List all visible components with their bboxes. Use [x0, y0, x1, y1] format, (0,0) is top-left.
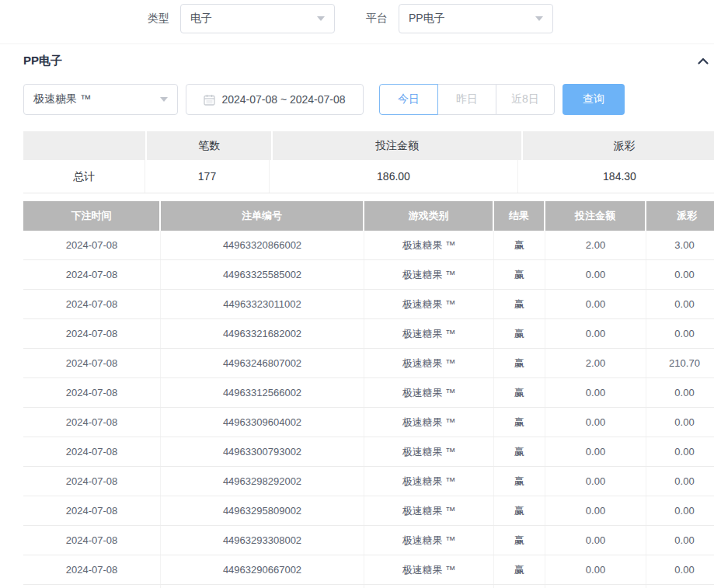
- cell-payout: 0.00: [646, 378, 714, 407]
- cell-date: 2024-07-08: [23, 378, 161, 407]
- quick-yesterday-button[interactable]: 昨日: [437, 84, 496, 115]
- cell-payout: 0.00: [646, 437, 714, 466]
- cell-result: 赢: [494, 260, 545, 289]
- cell-payout: 0.00: [646, 467, 714, 496]
- cell-result: 赢: [494, 526, 545, 555]
- cell-game: 极速糖果 ™: [364, 319, 494, 348]
- type-label: 类型: [148, 12, 169, 26]
- cell-bet-amount: 2.00: [545, 231, 646, 259]
- chevron-down-icon: [160, 97, 168, 102]
- cell-payout: 0.00: [646, 526, 714, 555]
- cell-date: 2024-07-08: [23, 437, 161, 466]
- cell-bet-amount: 2.00: [545, 349, 646, 378]
- cell-date: 2024-07-08: [23, 555, 161, 584]
- cell-bet-id: 44963300793002: [161, 437, 364, 466]
- summary-header-count: 笔数: [147, 131, 271, 160]
- cell-payout: 3.00: [646, 231, 714, 259]
- cell-result: 赢: [494, 408, 545, 437]
- cell-date: 2024-07-08: [23, 290, 161, 318]
- cell-result: 赢: [494, 437, 545, 466]
- cell-bet-amount: 0.00: [545, 467, 646, 496]
- cell-bet-amount: 0.00: [545, 526, 646, 555]
- cell-bet-amount: 0.00: [545, 555, 646, 584]
- cell-bet-amount: 0.00: [545, 378, 646, 407]
- cell-bet-id: 44963321682002: [161, 319, 364, 348]
- cell-bet-amount: 0.00: [545, 437, 646, 466]
- cell-bet-amount: 0.00: [545, 408, 646, 437]
- bet-header-time: 下注时间: [23, 201, 159, 231]
- platform-label: 平台: [366, 12, 388, 26]
- cell-game: 极速糖果 ™: [364, 526, 494, 555]
- cell-result: 赢: [494, 467, 545, 496]
- date-range-value: 2024-07-08 ~ 2024-07-08: [221, 93, 345, 106]
- cell-bet-id: 44963323011002: [161, 290, 364, 318]
- type-select-value: 电子: [190, 12, 317, 26]
- cell-game: 极速糖果 ™: [364, 555, 494, 584]
- type-select[interactable]: 电子: [180, 4, 335, 33]
- cell-result: 赢: [494, 231, 545, 259]
- summary-header-bet-amount: 投注金额: [273, 131, 521, 160]
- cell-bet-amount: 0.00: [545, 290, 646, 318]
- summary-total-row: 总计 177 186.00 184.30: [23, 160, 714, 193]
- cell-game: 极速糖果 ™: [364, 408, 494, 437]
- search-button[interactable]: 查询: [562, 84, 625, 115]
- bet-header-payout: 派彩: [646, 201, 714, 231]
- table-row-partial: [23, 585, 714, 588]
- cell-payout: 0.00: [646, 555, 714, 584]
- cell-result: 赢: [494, 349, 545, 378]
- table-row: 2024-07-08 44963309604002 极速糖果 ™ 赢 0.00 …: [23, 408, 714, 437]
- cell-bet-amount: 0.00: [545, 496, 646, 525]
- game-select-value: 极速糖果 ™: [33, 92, 160, 106]
- bet-table-body: 2024-07-08 44963320866002 极速糖果 ™ 赢 2.00 …: [23, 231, 714, 585]
- cell-game: 极速糖果 ™: [364, 290, 494, 318]
- cell-bet-id: 44963309604002: [161, 408, 364, 437]
- cell-bet-id: 44963293308002: [161, 526, 364, 555]
- game-select[interactable]: 极速糖果 ™: [23, 84, 178, 115]
- cell-result: 赢: [494, 555, 545, 584]
- cell-payout: 0.00: [646, 290, 714, 318]
- cell-date: 2024-07-08: [23, 260, 161, 289]
- date-range-input[interactable]: 2024-07-08 ~ 2024-07-08: [186, 84, 364, 115]
- cell-game: 极速糖果 ™: [364, 437, 494, 466]
- cell-bet-id: 44963295809002: [161, 496, 364, 525]
- collapse-chevron-up-icon[interactable]: [697, 55, 709, 68]
- cell-payout: 0.00: [646, 319, 714, 348]
- section-header: PP电子: [0, 44, 714, 68]
- table-row: 2024-07-08 44963320866002 极速糖果 ™ 赢 2.00 …: [23, 231, 714, 260]
- summary-header-blank: [23, 131, 145, 160]
- bet-header-result: 结果: [494, 201, 544, 231]
- cell-date: 2024-07-08: [23, 408, 161, 437]
- cell-payout: 0.00: [646, 260, 714, 289]
- summary-total-count: 177: [145, 160, 270, 193]
- table-row: 2024-07-08 44963321682002 极速糖果 ™ 赢 0.00 …: [23, 319, 714, 349]
- cell-game: 极速糖果 ™: [364, 260, 494, 289]
- table-row: 2024-07-08 44963325585002 极速糖果 ™ 赢 0.00 …: [23, 260, 714, 290]
- table-row: 2024-07-08 44963295809002 极速糖果 ™ 赢 0.00 …: [23, 496, 714, 526]
- quick-today-button[interactable]: 今日: [379, 84, 438, 115]
- quick-last8days-button[interactable]: 近8日: [496, 84, 555, 115]
- platform-select[interactable]: PP电子: [399, 4, 553, 33]
- cell-game: 极速糖果 ™: [364, 231, 494, 259]
- cell-bet-id: 44963290667002: [161, 555, 364, 584]
- summary-table: 笔数 投注金额 派彩 总计 177 186.00 184.30: [23, 131, 714, 193]
- table-row: 2024-07-08 44963293308002 极速糖果 ™ 赢 0.00 …: [23, 526, 714, 555]
- top-filter-bar: 类型 电子 平台 PP电子: [0, 4, 714, 33]
- cell-game: 极速糖果 ™: [364, 378, 494, 407]
- summary-total-payout: 184.30: [518, 160, 714, 193]
- cell-bet-amount: 0.00: [545, 260, 646, 289]
- table-row: 2024-07-08 44963290667002 极速糖果 ™ 赢 0.00 …: [23, 555, 714, 585]
- table-row: 2024-07-08 44963312566002 极速糖果 ™ 赢 0.00 …: [23, 378, 714, 408]
- cell-payout: 0.00: [646, 408, 714, 437]
- quick-date-button-group: 今日 昨日 近8日: [379, 84, 555, 115]
- query-bar: 极速糖果 ™ 2024-07-08 ~ 2024-07-08 今日 昨日 近8日…: [23, 84, 714, 115]
- cell-result: 赢: [494, 319, 545, 348]
- table-row: 2024-07-08 44963323011002 极速糖果 ™ 赢 0.00 …: [23, 290, 714, 319]
- platform-select-value: PP电子: [409, 12, 535, 26]
- bet-header-game-type: 游戏类别: [364, 201, 493, 231]
- cell-bet-amount: 0.00: [545, 319, 646, 348]
- cell-date: 2024-07-08: [23, 319, 161, 348]
- cell-date: 2024-07-08: [23, 467, 161, 496]
- cell-bet-id: 44963246807002: [161, 349, 364, 378]
- calendar-icon: [204, 94, 215, 106]
- cell-result: 赢: [494, 290, 545, 318]
